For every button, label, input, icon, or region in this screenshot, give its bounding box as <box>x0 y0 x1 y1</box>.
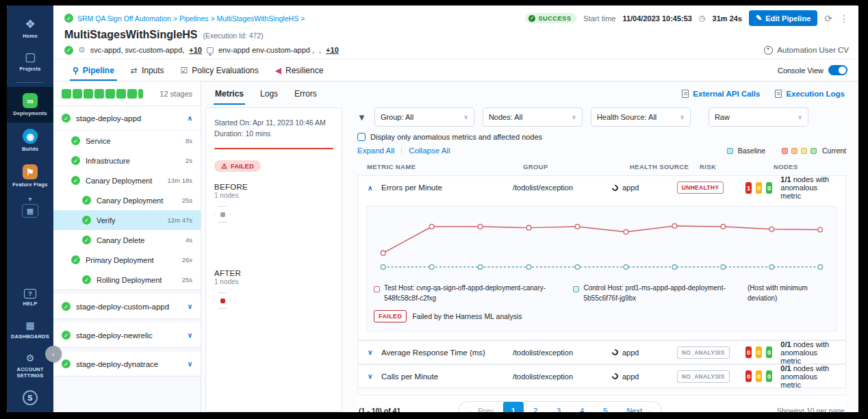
col-group: GROUP <box>523 163 630 170</box>
sidebar-label: Home <box>23 33 38 39</box>
after-node-hexagon[interactable] <box>214 292 231 309</box>
sidebar-item-deployments[interactable]: ∞ Deployments <box>7 87 53 123</box>
step-rolling-deployment[interactable]: ✓ Rolling Deployment 25s <box>53 270 201 290</box>
tab-label: Resilience <box>285 66 323 75</box>
nodes-filter-select[interactable]: Nodes: All ∨ <box>483 107 583 127</box>
next-page-button[interactable]: Next → <box>617 402 661 412</box>
tab-inputs[interactable]: ⇄ Inputs <box>123 60 173 81</box>
sidebar-item-home[interactable]: ❖ Home <box>7 12 53 45</box>
col-health-source: HEALTH SOURCE <box>630 163 700 170</box>
col-risk: RISK <box>700 163 774 170</box>
verification-duration: Duration: 10 mins <box>214 129 333 140</box>
verification-progress-bar <box>214 148 333 150</box>
step-canary-deployment[interactable]: ✓ Canary Deployment 25s <box>53 190 201 210</box>
sidebar-item-help[interactable]: ? HELP <box>7 283 53 313</box>
filter-icon[interactable]: ▼ <box>357 112 366 123</box>
projects-icon: ▢ <box>25 51 36 64</box>
external-api-calls-link[interactable]: External API Calls <box>682 90 760 98</box>
sidebar-item-dashboards[interactable]: ▦ DASHBOARDS <box>7 313 53 346</box>
verification-summary-panel: Started On: Apr 11, 2023 10:46 AM Durati… <box>201 106 348 412</box>
status-badge: ✓ SUCCESS <box>525 13 576 23</box>
metric-row-calls-per-minute[interactable]: ∨ Calls per Minute /todolist/exception a… <box>357 364 846 388</box>
yellow-node-count: 0 <box>756 182 762 194</box>
person-icon <box>764 46 773 55</box>
expand-all-link[interactable]: Expand All <box>357 147 394 155</box>
chevron-down-icon[interactable]: ∨ <box>368 348 377 356</box>
sidebar-label: Projects <box>19 66 40 72</box>
tab-logs[interactable]: Logs <box>252 83 286 105</box>
prev-page-button[interactable]: ← Prev <box>459 402 503 412</box>
chevron-down-icon[interactable]: ∨ <box>188 360 192 368</box>
user-chip: Automation User CV <box>764 46 849 55</box>
stage-count: 12 stages <box>159 90 192 98</box>
page-button-2[interactable]: 2 <box>524 402 547 412</box>
pipeline-icon: ⚲ <box>73 66 79 75</box>
control-host-checkbox[interactable] <box>573 286 579 292</box>
step-infrastructure[interactable]: ✓ Infrastructure 2s <box>53 151 201 170</box>
step-service[interactable]: ✓ Service 8s <box>53 131 201 151</box>
chevron-down-icon[interactable]: ∨ <box>188 303 192 310</box>
stage-item-custom-appd[interactable]: ✓ stage-deploy-custom-appd ∨ <box>53 294 201 318</box>
step-success-icon: ✓ <box>71 156 80 165</box>
sidebar-label: DASHBOARDS <box>11 333 49 340</box>
tab-policy-evaluations[interactable]: ☑ Policy Evaluations <box>173 60 267 81</box>
chevron-up-icon[interactable]: ∧ <box>368 184 377 192</box>
services-more-link[interactable]: +10 <box>189 46 202 54</box>
before-node-count: 1 nodes <box>214 192 333 199</box>
kebab-menu-icon[interactable]: ⋮ <box>839 13 849 24</box>
nav-expand-chevron-icon[interactable]: ▾ <box>28 194 31 204</box>
health-source-name: appd <box>622 348 639 357</box>
chevron-down-icon[interactable]: ∨ <box>368 372 377 380</box>
sidebar-item-feature-flags[interactable]: ⚑ Feature Flags <box>7 158 53 194</box>
start-time-label: Start time <box>583 14 615 23</box>
tab-pipeline[interactable]: ⚲ Pipeline <box>64 60 123 81</box>
refresh-icon[interactable]: ⟳ <box>824 13 832 24</box>
stage-card-deploy-appd: ✓ stage-deploy-appd ∧ ✓ Service 8s ✓ Inf… <box>53 106 201 290</box>
tab-resilience[interactable]: ◀ Resilience <box>267 60 332 81</box>
anomalous-only-label: Display only anomalous metrics and affec… <box>370 133 542 141</box>
before-node-hexagon[interactable] <box>214 206 231 223</box>
stage-item-newrelic[interactable]: ✓ stage-deploy-newrelic ∨ <box>53 323 201 347</box>
step-primary-deployment[interactable]: ✓ Primary Deployment 26s <box>53 250 201 270</box>
tab-errors[interactable]: Errors <box>286 83 325 105</box>
panel-collapse-handle[interactable]: ‹ <box>45 346 62 362</box>
page-button-3[interactable]: 3 <box>547 402 570 412</box>
sidebar-item-builds[interactable]: ◉ Builds <box>7 123 53 158</box>
test-host-legend: Test Host: cvng-qa-sign-off-appd-deploym… <box>374 283 566 303</box>
stage-item-deploy-appd[interactable]: ✓ stage-deploy-appd ∧ <box>53 106 201 131</box>
user-avatar[interactable]: S <box>23 390 38 405</box>
control-host-label: Control Host: prd1-ms-appd-appd-deployme… <box>583 283 741 303</box>
resilience-icon: ◀ <box>275 66 281 75</box>
stage-item-dynatrace[interactable]: ✓ stage-deploy-dynatrace ∨ <box>53 352 201 376</box>
sidebar-item-projects[interactable]: ▢ Projects <box>7 45 53 78</box>
page-button-4[interactable]: 4 <box>570 402 593 412</box>
service-gear-icon: ⚙ <box>78 45 86 55</box>
tab-metrics[interactable]: Metrics <box>207 83 252 105</box>
step-canary-delete[interactable]: ✓ Canary Delete 4s <box>53 230 201 250</box>
metric-row-errors-per-minute[interactable]: ∧ Errors per Minute /todolist/exception … <box>357 175 846 199</box>
group-filter-select[interactable]: Group: All ∨ <box>374 107 474 127</box>
module-picker-icon[interactable]: ▦ <box>22 204 38 218</box>
data-mode-select[interactable]: Raw ∨ <box>709 107 808 127</box>
breadcrumb[interactable]: SRM QA Sign Off Automation > Pipelines >… <box>77 14 305 23</box>
test-host-checkbox[interactable] <box>374 286 380 292</box>
edit-pipeline-button[interactable]: ✎ Edit Pipeline <box>749 10 817 26</box>
health-source-filter-value: Health Source: All <box>597 113 656 121</box>
page-button-1[interactable]: 1 <box>503 402 524 412</box>
console-view-toggle[interactable] <box>828 65 847 75</box>
current-orange-swatch <box>791 148 797 154</box>
execution-logs-link[interactable]: Execution Logs <box>775 90 845 98</box>
anomalous-only-checkbox[interactable] <box>357 133 366 141</box>
health-source-filter-select[interactable]: Health Source: All ∨ <box>591 107 691 127</box>
risk-badge: NO_ANALYSIS <box>677 346 730 359</box>
collapse-all-link[interactable]: Collapse All <box>409 147 450 155</box>
chevron-down-icon[interactable]: ∨ <box>188 331 192 339</box>
metric-row-avg-response-time[interactable]: ∨ Average Response Time (ms) /todolist/e… <box>357 340 846 364</box>
step-verify[interactable]: ✓ Verify 12m 47s <box>53 210 201 230</box>
errors-per-minute-chart[interactable] <box>374 214 830 277</box>
anomalous-ratio: 0/1 <box>780 340 791 348</box>
page-button-5[interactable]: 5 <box>593 402 617 412</box>
chevron-up-icon[interactable]: ∧ <box>188 114 192 122</box>
environments-more-link[interactable]: +10 <box>326 46 339 54</box>
step-canary-deployment-group[interactable]: ✓ Canary Deployment 13m 18s <box>53 170 201 190</box>
